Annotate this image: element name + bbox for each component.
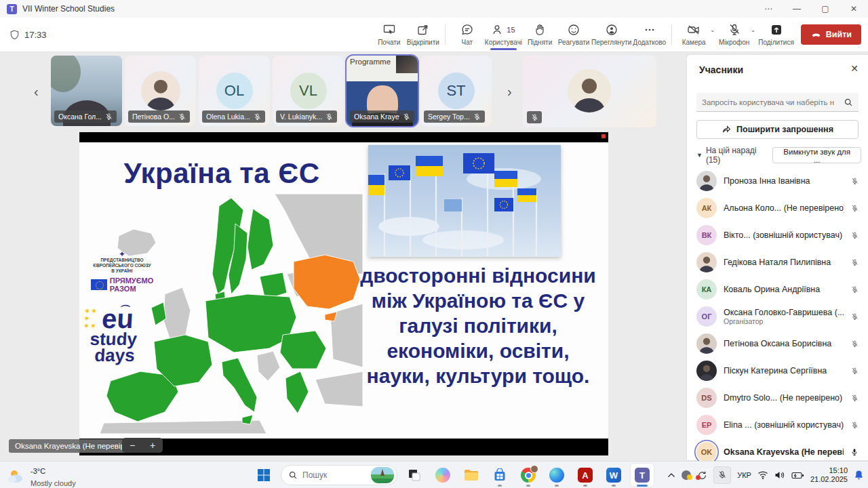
participant-row[interactable]: АК Альона Коло... (Не перевірено): [694, 195, 864, 222]
battery-icon[interactable]: [791, 472, 804, 479]
participant-search[interactable]: [696, 93, 859, 112]
participant-row[interactable]: КА Коваль Орина Андріївна: [694, 276, 864, 303]
taskbar-search[interactable]: [281, 465, 397, 485]
search-icon: [844, 98, 853, 107]
edge-icon[interactable]: [545, 464, 568, 487]
avatar: [696, 252, 717, 272]
window-close-button[interactable]: ✕: [840, 0, 868, 18]
raise-hand-button[interactable]: Підняти: [524, 18, 556, 51]
participant-row[interactable]: Петінова Оксана Борисівна: [694, 330, 864, 357]
filmstrip-scroll-left-icon[interactable]: ‹: [34, 84, 39, 100]
mic-status-icon[interactable]: [851, 422, 859, 429]
window-minimize-button[interactable]: —: [783, 0, 811, 18]
mic-status-icon[interactable]: [851, 178, 859, 185]
section-collapse-icon[interactable]: ▼: [696, 152, 703, 159]
tray-expand-icon[interactable]: [667, 472, 675, 478]
video-tile[interactable]: Оксана Гол...: [51, 56, 122, 126]
mic-status-icon[interactable]: [851, 205, 859, 212]
mic-status-icon[interactable]: [851, 232, 859, 239]
weather-widget[interactable]: -3°CMostly cloudy: [7, 464, 76, 488]
share-invite-button[interactable]: Поширити запрошення: [696, 120, 859, 139]
react-button[interactable]: Реагувати: [557, 18, 590, 51]
acrobat-icon[interactable]: A: [574, 464, 597, 487]
share-button[interactable]: Поділитися: [758, 18, 794, 51]
language-indicator[interactable]: УКР: [737, 471, 751, 479]
start-presenting-button[interactable]: Почати: [373, 18, 406, 51]
wifi-icon[interactable]: [757, 470, 768, 480]
task-view-button[interactable]: [403, 464, 426, 487]
window-more-button[interactable]: ⋯: [754, 0, 783, 18]
window-maximize-button[interactable]: ▢: [811, 0, 840, 18]
record-dot: [601, 134, 606, 138]
flags-photo: [368, 145, 561, 257]
pinned-video-tile[interactable]: [523, 56, 656, 127]
camera-button[interactable]: Камера: [677, 18, 710, 51]
view-button[interactable]: Переглянути: [591, 18, 631, 51]
word-icon[interactable]: W: [602, 464, 625, 487]
tray-mic-muted-icon[interactable]: [713, 466, 731, 484]
chat-button[interactable]: Чат: [451, 18, 484, 51]
taskbar-search-input[interactable]: [302, 470, 366, 480]
file-explorer-icon[interactable]: [460, 464, 483, 487]
clock-date: 21.02.2025: [810, 475, 848, 483]
tray-sync-icon[interactable]: [697, 470, 707, 481]
video-tile[interactable]: OL Olena Lukia...: [199, 56, 270, 126]
zoom-in-button[interactable]: +: [142, 440, 163, 451]
unpin-button[interactable]: Відкріпити: [407, 18, 439, 51]
mic-button[interactable]: Мікрофон: [718, 18, 751, 51]
avatar: ВК: [696, 225, 717, 245]
more-button[interactable]: Додатково: [633, 18, 666, 51]
chrome-icon[interactable]: [517, 464, 540, 487]
taskbar-clock[interactable]: 15:10 21.02.2025: [810, 466, 848, 484]
tile-name-label: Оксана Гол...: [54, 110, 117, 123]
mic-status-icon[interactable]: [851, 286, 859, 293]
mic-off-icon: [326, 113, 333, 121]
participant-row[interactable]: Гедікова Наталя Пилипівна: [694, 249, 864, 276]
leave-button[interactable]: Вийти: [801, 24, 861, 45]
mic-status-icon[interactable]: [851, 394, 859, 402]
volume-icon[interactable]: [774, 470, 785, 480]
participant-row[interactable]: Проноза Інна Іванівна: [694, 167, 864, 195]
avatar: DS: [696, 388, 717, 408]
search-highlight-image[interactable]: [371, 467, 394, 483]
mic-status-icon[interactable]: [851, 367, 859, 375]
participant-search-input[interactable]: [702, 98, 844, 106]
tray-status-icon[interactable]: [682, 470, 691, 480]
mute-all-button[interactable]: Вимкнути звук для ...: [772, 147, 861, 163]
panel-title: Учасники: [699, 64, 743, 75]
microsoft-store-icon[interactable]: [488, 464, 511, 487]
participant-row[interactable]: EP Elina ... (зовнішній користувач): [694, 411, 864, 439]
participant-name: Elina ... (зовнішній користувач): [724, 420, 844, 430]
panel-close-icon[interactable]: ✕: [850, 63, 859, 74]
copilot-icon[interactable]: [431, 464, 454, 487]
participant-row[interactable]: DS Dmytro Solo... (Не перевірено): [694, 384, 864, 411]
mic-status-icon[interactable]: [850, 448, 859, 456]
video-tile[interactable]: Programme Oksana Krayevs...: [347, 56, 418, 126]
avatar: [696, 333, 717, 354]
mic-options-chevron[interactable]: ⌄: [751, 26, 756, 33]
notifications-bell-icon[interactable]: [854, 470, 864, 481]
filmstrip-scroll-right-icon[interactable]: ›: [507, 84, 512, 100]
teams-icon[interactable]: T: [631, 464, 654, 487]
avatar: [696, 171, 717, 191]
mic-off-icon: [178, 113, 186, 121]
participant-row[interactable]: ОГ Оксана Головко-Гавришева (... Організ…: [694, 303, 864, 330]
windows-start-button[interactable]: [252, 464, 275, 487]
camera-options-chevron[interactable]: ⌄: [710, 26, 715, 33]
mic-status-icon[interactable]: [851, 259, 859, 266]
participant-role: Організатор: [724, 317, 844, 325]
participant-row[interactable]: Піскун Катерина Сергіївна: [694, 357, 864, 384]
windows-taskbar: -3°CMostly cloudy: [0, 461, 868, 488]
mic-status-icon[interactable]: [851, 313, 859, 321]
video-tile[interactable]: VL V. Lukianyk...: [273, 56, 344, 126]
video-tile[interactable]: ST Sergey Top...: [420, 56, 492, 126]
participant-name: Dmytro Solo... (Не перевірено): [724, 393, 844, 403]
participant-row[interactable]: ВК Вікто... (зовнішній користувач): [694, 222, 864, 249]
mic-status-icon[interactable]: [851, 340, 859, 348]
video-tile[interactable]: Петінова О...: [125, 56, 196, 126]
avatar: OK: [696, 442, 717, 462]
zoom-out-button[interactable]: −: [122, 440, 142, 451]
in-meeting-section-label[interactable]: На цій нараді (15): [706, 146, 772, 165]
eu-representation-logo: ✦ ПРЕДСТАВНИЦТВО ЄВРОПЕЙСЬКОГО СОЮЗУ В У…: [82, 251, 162, 293]
people-button[interactable]: 15 Користувачі: [485, 18, 522, 51]
